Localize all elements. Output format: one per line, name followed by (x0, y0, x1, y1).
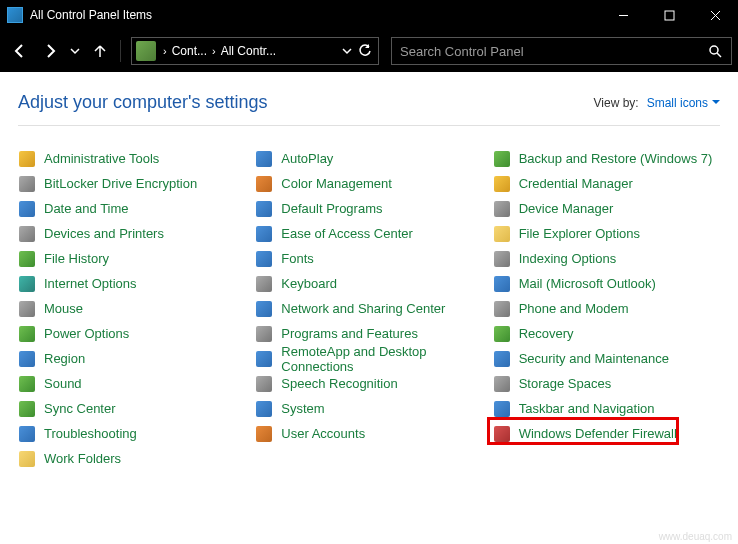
item-icon (493, 325, 511, 343)
svg-line-5 (717, 53, 721, 57)
control-panel-item[interactable]: Credential Manager (493, 171, 720, 196)
item-icon (18, 350, 36, 368)
breadcrumb-all-items[interactable]: All Contr... (219, 44, 278, 58)
item-icon (18, 250, 36, 268)
item-label: Power Options (44, 326, 129, 341)
breadcrumb-chevron-icon[interactable]: › (209, 45, 219, 57)
item-label: Work Folders (44, 451, 121, 466)
item-label: Speech Recognition (281, 376, 397, 391)
item-icon (255, 425, 273, 443)
header-divider (18, 125, 720, 126)
control-panel-item[interactable]: Device Manager (493, 196, 720, 221)
control-panel-item[interactable]: Speech Recognition (255, 371, 482, 396)
control-panel-item[interactable]: Network and Sharing Center (255, 296, 482, 321)
address-bar[interactable]: › Cont... › All Contr... (131, 37, 379, 65)
search-input[interactable] (392, 44, 699, 59)
control-panel-item[interactable]: Troubleshooting (18, 421, 245, 446)
control-panel-item[interactable]: Date and Time (18, 196, 245, 221)
control-panel-item[interactable]: Sync Center (18, 396, 245, 421)
control-panel-item[interactable]: Region (18, 346, 245, 371)
refresh-icon[interactable] (358, 44, 372, 58)
control-panel-item[interactable]: Work Folders (18, 446, 245, 471)
breadcrumb-control-panel[interactable]: Cont... (170, 44, 209, 58)
history-dropdown-button[interactable] (66, 37, 84, 65)
item-label: Fonts (281, 251, 314, 266)
control-panel-item[interactable]: Programs and Features (255, 321, 482, 346)
control-panel-item[interactable]: RemoteApp and Desktop Connections (255, 346, 482, 371)
item-label: BitLocker Drive Encryption (44, 176, 197, 191)
search-icon[interactable] (699, 44, 731, 58)
maximize-button[interactable] (646, 0, 692, 30)
item-label: Region (44, 351, 85, 366)
control-panel-item[interactable]: Devices and Printers (18, 221, 245, 246)
item-icon (255, 225, 273, 243)
item-label: Indexing Options (519, 251, 617, 266)
item-icon (255, 250, 273, 268)
up-button[interactable] (86, 37, 114, 65)
control-panel-item[interactable]: Indexing Options (493, 246, 720, 271)
item-icon (18, 200, 36, 218)
control-panel-item[interactable]: Default Programs (255, 196, 482, 221)
navigation-bar: › Cont... › All Contr... (0, 30, 738, 72)
item-label: Device Manager (519, 201, 614, 216)
window-title: All Control Panel Items (30, 8, 600, 22)
item-icon (18, 300, 36, 318)
forward-button[interactable] (36, 37, 64, 65)
item-icon (493, 375, 511, 393)
item-icon (18, 325, 36, 343)
control-panel-item[interactable]: Ease of Access Center (255, 221, 482, 246)
control-panel-item[interactable]: Windows Defender Firewall (493, 421, 720, 446)
item-icon (255, 175, 273, 193)
item-icon (255, 350, 273, 368)
item-label: Recovery (519, 326, 574, 341)
control-panel-items-grid: Administrative ToolsAutoPlayBackup and R… (18, 146, 720, 471)
item-icon (493, 400, 511, 418)
control-panel-item[interactable]: Sound (18, 371, 245, 396)
page-title: Adjust your computer's settings (18, 92, 268, 113)
control-panel-item[interactable]: File History (18, 246, 245, 271)
item-label: Date and Time (44, 201, 129, 216)
control-panel-item[interactable]: Phone and Modem (493, 296, 720, 321)
control-panel-item[interactable]: Fonts (255, 246, 482, 271)
control-panel-item[interactable]: BitLocker Drive Encryption (18, 171, 245, 196)
item-icon (18, 175, 36, 193)
control-panel-item[interactable]: Mouse (18, 296, 245, 321)
item-icon (255, 325, 273, 343)
view-by-dropdown[interactable]: Small icons (647, 96, 720, 110)
control-panel-item[interactable]: Taskbar and Navigation (493, 396, 720, 421)
item-label: Mail (Microsoft Outlook) (519, 276, 656, 291)
control-panel-item[interactable]: Recovery (493, 321, 720, 346)
address-dropdown-icon[interactable] (342, 46, 352, 56)
control-panel-item[interactable]: Color Management (255, 171, 482, 196)
item-icon (255, 275, 273, 293)
control-panel-item[interactable]: AutoPlay (255, 146, 482, 171)
search-box[interactable] (391, 37, 732, 65)
close-button[interactable] (692, 0, 738, 30)
item-label: Programs and Features (281, 326, 418, 341)
back-button[interactable] (6, 37, 34, 65)
breadcrumb-chevron-icon[interactable]: › (160, 45, 170, 57)
item-label: Credential Manager (519, 176, 633, 191)
control-panel-item[interactable]: Internet Options (18, 271, 245, 296)
view-by-label: View by: (594, 96, 639, 110)
control-panel-item[interactable]: User Accounts (255, 421, 482, 446)
control-panel-item[interactable]: System (255, 396, 482, 421)
control-panel-item[interactable]: Mail (Microsoft Outlook) (493, 271, 720, 296)
item-label: Security and Maintenance (519, 351, 669, 366)
control-panel-item[interactable]: Backup and Restore (Windows 7) (493, 146, 720, 171)
item-label: Ease of Access Center (281, 226, 413, 241)
item-label: Keyboard (281, 276, 337, 291)
control-panel-item[interactable]: Storage Spaces (493, 371, 720, 396)
watermark: www.deuaq.com (659, 531, 732, 542)
control-panel-item[interactable]: File Explorer Options (493, 221, 720, 246)
item-icon (493, 425, 511, 443)
item-label: File History (44, 251, 109, 266)
control-panel-item[interactable]: Keyboard (255, 271, 482, 296)
item-icon (18, 275, 36, 293)
item-icon (255, 150, 273, 168)
minimize-button[interactable] (600, 0, 646, 30)
control-panel-item[interactable]: Security and Maintenance (493, 346, 720, 371)
item-icon (493, 250, 511, 268)
control-panel-item[interactable]: Power Options (18, 321, 245, 346)
control-panel-item[interactable]: Administrative Tools (18, 146, 245, 171)
